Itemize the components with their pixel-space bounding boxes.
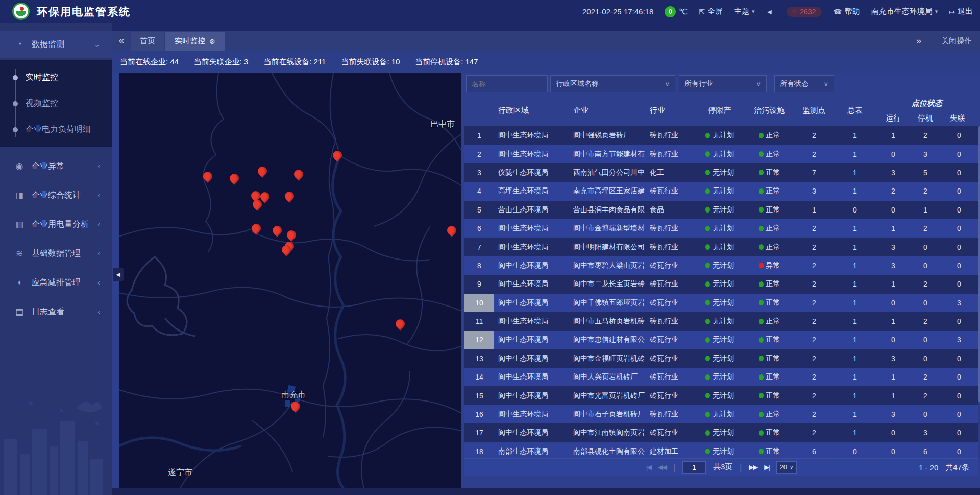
- last-page-icon[interactable]: ▶|: [764, 463, 769, 471]
- stat-item: 当前在线企业:44: [120, 57, 179, 67]
- chevron-down-icon: ▾: [752, 8, 755, 15]
- stat-label: 当前失联企业:: [194, 57, 242, 66]
- sidebar: ◔数据监测⌄实时监控视频监控企业电力负荷明细◉企业异常‹◨企业综合统计‹▥企业用…: [0, 23, 112, 495]
- status-filter-select[interactable]: 所有状态∨: [774, 75, 834, 92]
- first-page-icon[interactable]: |◀: [646, 463, 651, 471]
- app-root: 环保用电监管系统 2021-02-25 17:46:18 0℃ ⇱全屏 主题▾ …: [0, 0, 980, 495]
- facility-status-dot: [759, 170, 764, 175]
- tab-首页[interactable]: 首页: [131, 32, 164, 51]
- facility-status-dot: [759, 412, 764, 417]
- sidebar-item-企业用电量分析[interactable]: ▥企业用电量分析‹: [0, 211, 112, 238]
- fullscreen-button[interactable]: ⇱全屏: [699, 7, 723, 16]
- table-row[interactable]: 11阆中生态环境局阆中市五马桥页岩机砖砖瓦行业无计划正常21120: [464, 312, 978, 331]
- sidebar-collapse-button[interactable]: ◀: [113, 268, 124, 281]
- chevron-left-icon: ‹: [97, 249, 100, 257]
- map-panel[interactable]: 巴中市南充市遂宁市: [119, 73, 461, 488]
- table-row[interactable]: 10阆中生态环境局阆中千佛镇五郎垭页岩砖瓦行业无计划正常21003: [464, 294, 978, 312]
- table-row[interactable]: 16阆中生态环境局阆中市石子页岩机砖厂砖瓦行业无计划正常21300: [464, 405, 978, 423]
- facility-status-dot: [759, 430, 764, 436]
- facility-status-dot: [759, 188, 764, 194]
- region-filter-select[interactable]: 行政区域名称∨: [550, 75, 675, 92]
- table-header: 行政区域 企业 行业 停限产 治污设施 监测点 总表 点位状态 运行 停机 失联: [464, 95, 978, 126]
- table-row[interactable]: 12阆中生态环境局阆中市忠信建材有限公砖瓦行业无计划正常21003: [464, 331, 978, 349]
- total-items-label: 共47条: [945, 463, 969, 473]
- app-logo-icon: [12, 3, 30, 20]
- sidebar-subitem-实时监控[interactable]: 实时监控: [0, 64, 112, 90]
- close-operations-button[interactable]: 关闭操作: [941, 36, 972, 46]
- production-status-dot: [705, 207, 710, 213]
- facility-status-dot: [759, 281, 764, 287]
- page-size-select[interactable]: 20∨: [776, 461, 797, 474]
- table-row[interactable]: 1阆中生态环境局阆中强锐页岩砖厂砖瓦行业无计划正常21120: [464, 126, 978, 145]
- sidebar-item-企业异常[interactable]: ◉企业异常‹: [0, 153, 112, 179]
- sidebar-item-应急减排管理[interactable]: ◖应急减排管理‹: [0, 269, 112, 296]
- notification-badge[interactable]: ○2632: [787, 7, 822, 17]
- table-row[interactable]: 3仪陇生态环境局西南油气田分公司川中化工无计划正常71350: [464, 163, 978, 182]
- sidebar-item-label: 数据监测: [32, 39, 94, 50]
- facility-status-dot: [759, 393, 764, 398]
- table-row[interactable]: 17阆中生态环境局阆中市江南镇阆南页岩砖瓦行业无计划正常21030: [464, 423, 978, 442]
- table-row[interactable]: 8阆中生态环境局阆中市枣碧大梁山页岩砖瓦行业无计划异常21300: [464, 256, 978, 275]
- chevron-down-icon: ⌄: [94, 40, 100, 49]
- bottom-strip: [112, 488, 980, 495]
- table-row[interactable]: 14阆中生态环境局阆中大兴页岩机砖厂砖瓦行业无计划正常21120: [464, 368, 978, 386]
- sidebar-item-企业综合统计[interactable]: ◨企业综合统计‹: [0, 182, 112, 208]
- tab-实时监控[interactable]: 实时监控⊗: [165, 32, 225, 51]
- facility-status-dot: [759, 300, 764, 305]
- stat-value: 10: [391, 57, 400, 66]
- facility-status-dot: [759, 244, 764, 250]
- production-status-dot: [705, 151, 710, 157]
- stat-value: 211: [314, 57, 326, 66]
- facility-status-dot: [759, 319, 764, 324]
- table-row[interactable]: 13阆中生态环境局阆中市金福旺页岩机砖砖瓦行业无计划正常21300: [464, 349, 978, 368]
- sidebar-submenu: 实时监控视频监控企业电力负荷明细: [0, 60, 112, 147]
- name-filter-input[interactable]: [466, 75, 548, 92]
- sidebar-item-日志查看[interactable]: ▤日志查看‹: [0, 298, 112, 325]
- range-label: 1 - 20: [919, 463, 938, 472]
- next-page-icon[interactable]: ▶▶: [749, 463, 757, 471]
- tabs-scroll-left-icon[interactable]: «: [112, 30, 131, 51]
- sidebar-item-label: 企业用电量分析: [32, 219, 97, 230]
- col-facility: 治污设施: [745, 95, 794, 126]
- gauge-icon: ◔: [14, 39, 25, 50]
- tab-label: 实时监控: [175, 36, 205, 46]
- table-row[interactable]: 4高坪生态环境局南充市高坪区王家店建砖瓦行业无计划正常31220: [464, 182, 978, 200]
- table-row[interactable]: 6阆中生态环境局阆中市金博瑞新型墙材砖瓦行业无计划正常21120: [464, 219, 978, 238]
- sidebar-item-数据监测[interactable]: ◔数据监测⌄: [0, 31, 112, 58]
- page-number-input[interactable]: [682, 461, 706, 474]
- col-stopped: 停机: [908, 112, 943, 124]
- stat-value: 3: [244, 57, 248, 66]
- production-status-dot: [705, 263, 710, 268]
- table-row[interactable]: 7阆中生态环境局阆中明阳建材有限公司砖瓦行业无计划正常21300: [464, 238, 978, 256]
- stat-item: 当前失联企业:3: [194, 57, 249, 67]
- bullet-dot-icon: [13, 127, 18, 132]
- speaker-icon[interactable]: ◄: [766, 8, 773, 16]
- bar-chart-icon: ▥: [14, 219, 25, 230]
- production-status-dot: [705, 281, 710, 287]
- table-row[interactable]: 2阆中生态环境局阆中市南方节能建材有砖瓦行业无计划正常21030: [464, 145, 978, 163]
- tabs-scroll-right-icon[interactable]: »: [910, 31, 928, 51]
- stat-item: 当前停机设备:147: [415, 57, 478, 67]
- table-row[interactable]: 15阆中生态环境局阆中市光富页岩机砖厂砖瓦行业无计划正常21120: [464, 386, 978, 405]
- sidebar-subitem-视频监控[interactable]: 视频监控: [0, 90, 112, 116]
- chevron-left-icon: ‹: [97, 162, 100, 170]
- total-pages-label: 共3页: [713, 462, 732, 472]
- tab-close-icon[interactable]: ⊗: [209, 37, 215, 45]
- help-button[interactable]: ☎帮助: [833, 7, 860, 16]
- col-offline: 失联: [940, 112, 975, 124]
- table-row[interactable]: 5营山生态环境局营山县润丰肉食品有限食品无计划正常10010: [464, 201, 978, 219]
- datetime: 2021-02-25 17:46:18: [582, 7, 653, 16]
- org-selector[interactable]: 南充市生态环境局▾: [871, 7, 938, 16]
- chevron-down-icon: ∨: [823, 80, 828, 88]
- map-city-label: 巴中市: [430, 119, 455, 130]
- map-city-label: 南充市: [281, 390, 306, 400]
- theme-button[interactable]: 主题▾: [734, 7, 755, 16]
- logout-button[interactable]: ↦退出: [949, 7, 973, 16]
- table-row[interactable]: 18南部生态环境局南部县砚化土陶有限公建材加工无计划正常60060: [464, 442, 978, 458]
- col-running: 运行: [875, 112, 911, 124]
- industry-filter-select[interactable]: 所有行业∨: [679, 75, 767, 92]
- prev-page-icon[interactable]: ◀◀: [658, 463, 666, 471]
- sidebar-item-基础数据管理[interactable]: ≋基础数据管理‹: [0, 240, 112, 267]
- sidebar-subitem-企业电力负荷明细[interactable]: 企业电力负荷明细: [0, 116, 112, 143]
- table-row[interactable]: 9阆中生态环境局阆中市二龙长宝页岩砖砖瓦行业无计划正常21120: [464, 275, 978, 293]
